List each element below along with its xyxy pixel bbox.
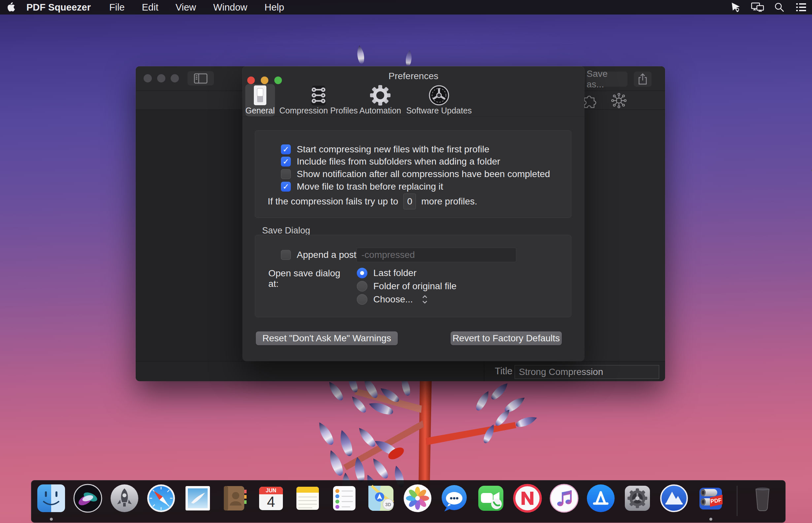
checkbox-row[interactable]: Include files from subfolders when addin…	[281, 156, 500, 167]
dock-item-maps[interactable]: 3D	[366, 483, 396, 513]
share-icon	[638, 73, 647, 85]
tab-compression-profiles[interactable]: Compression Profiles	[278, 84, 360, 116]
title-label: Title	[495, 366, 513, 377]
menu-bar: PDF Squeezer File Edit View Window Help	[0, 0, 812, 15]
dock-item-messages[interactable]	[439, 483, 469, 513]
tab-automation[interactable]: Automation	[362, 84, 398, 116]
spotlight-search-icon[interactable]	[772, 0, 787, 15]
retry-row: If the compression fails try up to 0 mor…	[268, 194, 477, 210]
radio-label: Folder of original file	[373, 281, 456, 291]
checkbox[interactable]	[281, 144, 291, 154]
tab-label: Compression Profiles	[279, 106, 358, 115]
desktop: PDF Squeezer File Edit View Window Help …	[0, 0, 812, 523]
retry-prefix: If the compression fails try up to	[268, 196, 398, 207]
software-update-icon	[429, 85, 449, 106]
checkbox-row[interactable]: Start compressing new files with the fir…	[281, 144, 489, 155]
dock-item-finder[interactable]	[36, 483, 66, 513]
checkbox[interactable]	[281, 250, 291, 260]
share-button[interactable]	[634, 72, 652, 87]
reset-warnings-button[interactable]: Reset "Don't Ask Me" Warnings	[256, 331, 398, 345]
radio-row[interactable]: Last folder	[357, 268, 417, 278]
radio-label: Choose...	[373, 294, 413, 305]
zoom-button-inactive[interactable]	[171, 74, 179, 83]
save-as-button[interactable]: Save as...	[587, 72, 627, 87]
gear-icon	[370, 85, 391, 106]
tab-software-updates[interactable]: Software Updates	[401, 84, 477, 116]
checkbox-label: Include files from subfolders when addin…	[297, 156, 500, 167]
checkbox-label: Move file to trash before replacing it	[297, 181, 443, 192]
checkbox[interactable]	[281, 157, 291, 166]
apple-menu[interactable]	[3, 0, 18, 15]
menu-help[interactable]: Help	[256, 2, 293, 13]
menu-file[interactable]: File	[101, 2, 133, 13]
calendar-month: JUN	[266, 488, 276, 493]
wrenches-icon	[309, 85, 328, 106]
checkbox[interactable]	[281, 182, 291, 192]
dock: JUN4 3D	[31, 480, 785, 523]
tab-label: General	[246, 106, 275, 115]
profile-footer-bar: Title Strong Compression	[136, 361, 665, 381]
radio-button[interactable]	[357, 294, 367, 305]
radio-button[interactable]	[357, 268, 367, 278]
preferences-titlebar[interactable]: Preferences	[243, 66, 584, 85]
radio-row[interactable]: Folder of original file	[357, 281, 456, 291]
cursor-icon[interactable]	[728, 0, 743, 15]
save-dialog-section-label: Save Dialog	[262, 226, 310, 236]
dock-item-contacts[interactable]	[219, 483, 249, 513]
dock-item-trash[interactable]	[747, 483, 778, 513]
profile-title-field[interactable]: Strong Compression	[515, 365, 659, 379]
checkbox-row[interactable]: Show notification after all compressions…	[281, 169, 550, 179]
hub-icon[interactable]	[611, 93, 627, 108]
notification-center-icon[interactable]	[794, 0, 809, 15]
close-button-inactive[interactable]	[143, 74, 152, 83]
dock-item-app-store[interactable]	[586, 483, 616, 513]
radio-row[interactable]: Choose...	[357, 294, 428, 305]
dock-item-calendar[interactable]: JUN4	[256, 483, 286, 513]
displays-icon[interactable]	[750, 0, 765, 15]
running-indicator-pdf-squeezer	[709, 518, 712, 521]
dock-item-app-cleaner[interactable]	[659, 483, 689, 513]
light-switch-icon	[253, 85, 268, 106]
dock-item-photos[interactable]	[402, 483, 433, 513]
checkbox-label: Show notification after all compressions…	[297, 169, 550, 179]
stepper-chevrons-icon	[421, 294, 428, 304]
postfix-input[interactable]: -compressed	[357, 248, 516, 262]
postfix-row[interactable]: Append a postfix:	[281, 250, 368, 260]
dock-item-mail[interactable]	[183, 483, 213, 513]
tab-general[interactable]: General	[245, 84, 275, 116]
menu-view[interactable]: View	[167, 2, 205, 13]
retry-count-field[interactable]: 0	[403, 194, 416, 210]
sidebar-toggle-icon	[193, 73, 208, 84]
dock-item-pdf-squeezer[interactable]: PDF	[695, 483, 726, 513]
dock-item-itunes[interactable]	[549, 483, 579, 513]
dock-item-siri[interactable]	[73, 483, 103, 513]
retry-suffix: more profiles.	[421, 196, 477, 207]
dock-separator	[737, 486, 738, 516]
radio-button[interactable]	[357, 281, 367, 291]
dock-item-system-preferences[interactable]	[622, 483, 653, 513]
preferences-window: Preferences General Compression Profiles…	[243, 66, 584, 361]
minimize-button-inactive[interactable]	[157, 74, 166, 83]
dock-item-news[interactable]	[512, 483, 543, 513]
checkbox-label: Start compressing new files with the fir…	[297, 144, 489, 155]
revert-defaults-button[interactable]: Revert to Factory Defaults	[451, 331, 562, 345]
menu-edit[interactable]: Edit	[133, 2, 167, 13]
dock-item-notes[interactable]	[292, 483, 323, 513]
dock-item-safari[interactable]	[146, 483, 176, 513]
dock-item-reminders[interactable]	[329, 483, 360, 513]
sidebar-toggle-button[interactable]	[188, 71, 214, 85]
checkbox[interactable]	[281, 169, 291, 179]
tab-label: Software Updates	[406, 106, 472, 115]
window-title: Preferences	[243, 71, 584, 82]
running-indicator-finder	[50, 518, 53, 521]
menu-window[interactable]: Window	[205, 2, 256, 13]
menu-app-name[interactable]: PDF Squeezer	[22, 2, 101, 13]
radio-label: Last folder	[373, 268, 417, 278]
dock-item-launchpad[interactable]	[109, 483, 140, 513]
tab-label: Automation	[360, 106, 401, 115]
svg-text:3D: 3D	[385, 502, 391, 507]
dock-item-facetime[interactable]	[476, 483, 506, 513]
checkbox-row[interactable]: Move file to trash before replacing it	[281, 181, 443, 192]
open-at-label: Open save dialog at:	[269, 268, 349, 289]
footer-divider	[484, 361, 484, 381]
